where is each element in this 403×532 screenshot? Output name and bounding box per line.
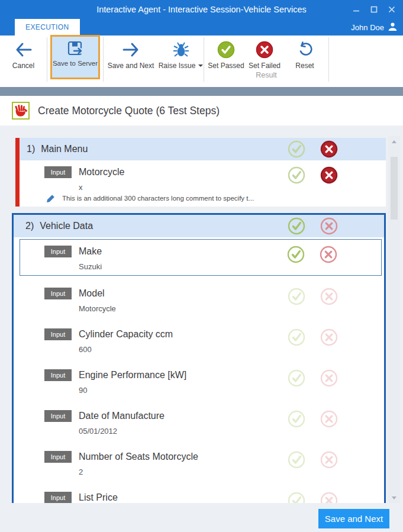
test-step-section[interactable]: 2) Vehicle Data InputMake Suzuki InputMo… bbox=[12, 213, 386, 503]
minimize-icon[interactable] bbox=[349, 2, 364, 17]
toolbar-group-cancel: Cancel bbox=[0, 36, 47, 83]
pass-check-icon[interactable] bbox=[288, 492, 305, 503]
pass-check-icon[interactable] bbox=[288, 369, 305, 387]
tab-execution[interactable]: EXECUTION bbox=[15, 19, 80, 36]
pass-check-icon[interactable] bbox=[288, 328, 305, 346]
steps-list: 1) Main Menu InputMotorcycle x This is a… bbox=[0, 125, 386, 503]
person-icon bbox=[388, 22, 398, 33]
input-label: Number of Seats Motorcycle bbox=[79, 452, 198, 462]
input-label: Make bbox=[79, 246, 102, 256]
input-row[interactable]: InputNumber of Seats Motorcycle 2 bbox=[14, 443, 384, 483]
input-type-badge: Input bbox=[44, 451, 72, 463]
divider-band bbox=[0, 87, 403, 96]
input-label: Model bbox=[79, 288, 105, 298]
page-title: Create Motorcycle Quote (6 Test Steps) bbox=[38, 105, 220, 117]
save-and-next-label: Save and Next bbox=[108, 62, 154, 70]
input-type-badge: Input bbox=[44, 492, 72, 503]
window-title: Interactive Agent - Interactive Session-… bbox=[0, 0, 403, 19]
fail-x-icon[interactable] bbox=[320, 451, 338, 469]
set-failed-label: Set Failed bbox=[249, 62, 281, 70]
set-failed-button[interactable]: Set Failed bbox=[246, 36, 283, 70]
user-menu[interactable]: John Doe bbox=[351, 22, 398, 33]
set-passed-button[interactable]: Set Passed bbox=[207, 36, 246, 70]
fail-x-icon[interactable] bbox=[320, 246, 337, 263]
chevron-down-icon bbox=[198, 65, 203, 69]
fail-x-icon[interactable] bbox=[320, 492, 338, 503]
input-row[interactable]: InputMotorcycle x This is an additional … bbox=[20, 160, 386, 207]
pass-check-icon[interactable] bbox=[287, 246, 305, 263]
close-icon[interactable] bbox=[384, 2, 399, 17]
input-value: 05/01/2012 bbox=[79, 427, 384, 436]
input-value: 600 bbox=[79, 345, 384, 354]
input-row[interactable]: InputDate of Manufacture 05/01/2012 bbox=[14, 402, 384, 443]
reset-button[interactable]: Reset bbox=[283, 36, 326, 70]
step-result-icons bbox=[288, 140, 338, 158]
scrollbar[interactable] bbox=[388, 136, 400, 503]
input-row[interactable]: InputCylinder Capacity ccm 600 bbox=[14, 320, 384, 361]
input-value: x bbox=[79, 183, 386, 192]
result-group-label: Result bbox=[256, 71, 276, 79]
toolbar: Cancel Save to Server Sav bbox=[0, 36, 403, 83]
input-type-badge: Input bbox=[44, 369, 72, 381]
pass-check-icon[interactable] bbox=[288, 217, 305, 235]
scroll-up-icon[interactable] bbox=[388, 137, 400, 146]
input-type-badge: Input bbox=[44, 166, 72, 178]
fail-x-icon[interactable] bbox=[320, 140, 338, 158]
pass-check-icon[interactable] bbox=[288, 140, 305, 158]
page-header: Create Motorcycle Quote (6 Test Steps) bbox=[0, 96, 403, 125]
save-and-next-button[interactable]: Save and Next bbox=[104, 36, 158, 83]
pass-check-icon[interactable] bbox=[288, 288, 305, 305]
step-number: 1) bbox=[27, 144, 35, 154]
row-result-icons bbox=[288, 492, 338, 503]
pencil-edit-icon[interactable] bbox=[46, 194, 55, 204]
cancel-button[interactable]: Cancel bbox=[1, 36, 47, 83]
input-label: List Price bbox=[79, 492, 118, 502]
input-row[interactable]: InputModel Motorcycle bbox=[14, 279, 384, 320]
fail-x-icon[interactable] bbox=[320, 288, 338, 305]
raise-issue-button[interactable]: Raise Issue bbox=[158, 36, 204, 83]
input-value: 90 bbox=[79, 386, 384, 395]
fail-x-icon[interactable] bbox=[320, 217, 338, 235]
cancel-label: Cancel bbox=[12, 62, 34, 70]
save-to-server-label: Save to Server bbox=[53, 60, 98, 67]
test-step-header[interactable]: 1) Main Menu bbox=[20, 138, 386, 160]
input-value: Suzuki bbox=[79, 262, 381, 271]
maximize-icon[interactable] bbox=[366, 2, 382, 17]
test-step-section[interactable]: 1) Main Menu InputMotorcycle x This is a… bbox=[15, 138, 386, 207]
row-result-icons bbox=[288, 166, 338, 184]
bug-icon bbox=[172, 41, 190, 59]
fail-x-icon[interactable] bbox=[320, 328, 338, 346]
input-row[interactable]: InputEngine Performance [kW] 90 bbox=[14, 361, 384, 402]
fail-x-icon[interactable] bbox=[320, 369, 338, 387]
input-type-badge: Input bbox=[44, 328, 72, 340]
pass-check-icon[interactable] bbox=[288, 166, 305, 184]
input-type-badge: Input bbox=[44, 288, 72, 299]
pass-check-icon[interactable] bbox=[288, 451, 305, 469]
set-passed-label: Set Passed bbox=[208, 62, 244, 70]
scroll-down-icon[interactable] bbox=[388, 494, 400, 502]
raise-issue-label: Raise Issue bbox=[159, 62, 196, 70]
app-window: Interactive Agent - Interactive Session-… bbox=[0, 0, 403, 532]
row-result-icons bbox=[288, 328, 338, 346]
save-to-server-button[interactable]: Save to Server bbox=[50, 35, 100, 79]
scrollbar-thumb[interactable] bbox=[391, 157, 398, 220]
input-type-badge: Input bbox=[44, 246, 72, 257]
toolbar-group-result: Set Passed Set Failed Reset Result bbox=[204, 36, 328, 83]
pass-check-icon[interactable] bbox=[288, 410, 305, 428]
green-check-circle-icon bbox=[217, 41, 235, 59]
toolbar-group-save: Save to Server bbox=[47, 36, 103, 83]
step-number: 2) bbox=[25, 221, 34, 231]
raise-issue-label-row: Raise Issue bbox=[159, 62, 204, 70]
toolbar-group-next-issue: Save and Next Raise Issue bbox=[104, 36, 204, 83]
input-row[interactable]: InputList Price bbox=[14, 483, 384, 503]
footer-save-and-next-button[interactable]: Save and Next bbox=[318, 509, 389, 528]
input-label: Date of Manufacture bbox=[79, 411, 165, 421]
fail-x-icon[interactable] bbox=[320, 410, 338, 428]
input-row[interactable]: InputMake Suzuki bbox=[20, 239, 382, 276]
test-step-header[interactable]: 2) Vehicle Data bbox=[14, 215, 384, 237]
row-result-icons bbox=[287, 246, 337, 263]
fail-x-icon[interactable] bbox=[320, 166, 338, 184]
window-controls bbox=[349, 0, 399, 19]
row-result-icons bbox=[288, 410, 338, 428]
comment-line: This is an additional 300 characters lon… bbox=[44, 195, 386, 202]
